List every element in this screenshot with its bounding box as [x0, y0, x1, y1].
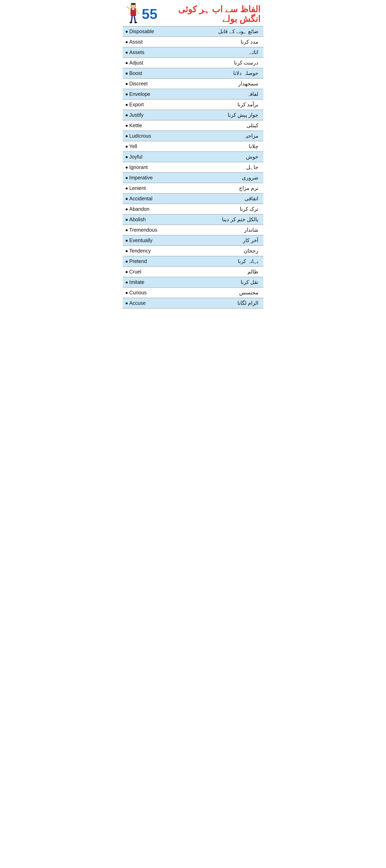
- english-word: Eventually: [123, 235, 184, 246]
- vocabulary-table: Disposableضائع ہونے کے قابلAssistمدد کرن…: [123, 26, 263, 308]
- english-word: Curious: [123, 287, 184, 298]
- table-row: Adjustدرست کرنا: [123, 58, 263, 68]
- bullet-icon: [126, 83, 128, 85]
- urdu-meaning: رجحان: [184, 246, 263, 256]
- urdu-meaning: جواز پیش کرنا: [184, 110, 263, 120]
- english-word: Kettle: [123, 120, 184, 131]
- english-word: Yell: [123, 141, 184, 152]
- english-word: Adjust: [123, 58, 184, 68]
- urdu-meaning: الزام لگانا: [184, 298, 263, 308]
- table-row: Cruelظالم: [123, 267, 263, 277]
- bullet-icon: [126, 135, 128, 137]
- table-row: Boostحوصلہ دلانا: [123, 68, 263, 79]
- table-row: Eventuallyآخر کار: [123, 235, 263, 246]
- svg-line-10: [134, 16, 135, 22]
- table-row: Yellچلانا: [123, 141, 263, 152]
- urdu-meaning: آخر کار: [184, 235, 263, 246]
- table-row: Justifyجواز پیش کرنا: [123, 110, 263, 120]
- english-word: Pretend: [123, 256, 184, 267]
- table-row: Accuseالزام لگانا: [123, 298, 263, 308]
- table-row: Exportبرآمد کرنا: [123, 99, 263, 110]
- english-word: Accuse: [123, 298, 184, 308]
- english-word: Lenient: [123, 183, 184, 193]
- bullet-icon: [126, 240, 128, 242]
- english-word: Discreet: [123, 79, 184, 89]
- table-row: Imitateنقل کرنا: [123, 277, 263, 287]
- character-icon: [126, 3, 141, 25]
- table-row: Joyfulخوش: [123, 152, 263, 162]
- bullet-icon: [126, 93, 128, 95]
- table-row: Pretendبہانہ کرنا: [123, 256, 263, 267]
- urdu-meaning: درست کرنا: [184, 58, 263, 68]
- english-word: Justify: [123, 110, 184, 120]
- urdu-meaning: ترک کرنا: [184, 204, 263, 214]
- urdu-meaning: سمجھدار: [184, 79, 263, 89]
- urdu-meaning: بالکل ختم کر دینا: [184, 214, 263, 225]
- header-title: الفاظ سے اب ہر کوئی انگش بولے: [158, 4, 260, 24]
- table-row: Ignorantجاہل: [123, 162, 263, 173]
- bullet-icon: [126, 146, 128, 148]
- urdu-meaning: ضائع ہونے کے قابل: [184, 26, 263, 37]
- table-row: Tremendousشاندار: [123, 225, 263, 235]
- svg-line-9: [131, 16, 132, 22]
- table-row: Accidentalاتفاقی: [123, 193, 263, 204]
- header-number: 55: [142, 7, 157, 21]
- bullet-icon: [126, 292, 128, 294]
- english-word: Disposable: [123, 26, 184, 37]
- bullet-icon: [126, 219, 128, 221]
- english-word: Imitate: [123, 277, 184, 287]
- urdu-meaning: لفافہ: [184, 89, 263, 99]
- urdu-meaning: نرم مزاج: [184, 183, 263, 193]
- bullet-icon: [126, 125, 128, 127]
- bullet-icon: [126, 156, 128, 158]
- urdu-meaning: ظالم: [184, 267, 263, 277]
- svg-point-12: [134, 22, 137, 23]
- bullet-icon: [126, 52, 128, 54]
- urdu-meaning: چلانا: [184, 141, 263, 152]
- svg-rect-4: [132, 8, 134, 10]
- bullet-icon: [126, 31, 128, 33]
- urdu-meaning: اتفاقی: [184, 193, 263, 204]
- english-word: Abolish: [123, 214, 184, 225]
- english-word: Envelope: [123, 89, 184, 99]
- bullet-icon: [126, 187, 128, 189]
- english-word: Imperative: [123, 173, 184, 183]
- urdu-meaning: مجتسس: [184, 287, 263, 298]
- table-row: Envelopeلفافہ: [123, 89, 263, 99]
- svg-point-8: [138, 12, 140, 14]
- bullet-icon: [126, 271, 128, 273]
- english-word: Assets: [123, 47, 184, 58]
- bullet-icon: [126, 302, 128, 304]
- svg-point-11: [129, 22, 132, 23]
- bullet-icon: [126, 208, 128, 210]
- urdu-meaning: اثاثے: [184, 47, 263, 58]
- urdu-meaning: کیتلی: [184, 120, 263, 131]
- english-word: Assist: [123, 37, 184, 47]
- bullet-icon: [126, 114, 128, 116]
- bullet-icon: [126, 250, 128, 252]
- table-row: Lenientنرم مزاج: [123, 183, 263, 193]
- english-word: Cruel: [123, 267, 184, 277]
- urdu-meaning: برآمد کرنا: [184, 99, 263, 110]
- bullet-icon: [126, 177, 128, 179]
- page-header: 55 الفاظ سے اب ہر کوئی انگش بولے: [123, 0, 263, 26]
- urdu-meaning: مزاحیہ: [184, 131, 263, 141]
- english-word: Abandon: [123, 204, 184, 214]
- english-word: Boost: [123, 68, 184, 79]
- table-row: Disposableضائع ہونے کے قابل: [123, 26, 263, 37]
- table-row: Discreetسمجھدار: [123, 79, 263, 89]
- urdu-meaning: نقل کرنا: [184, 277, 263, 287]
- urdu-meaning: شاندار: [184, 225, 263, 235]
- table-row: Tendencyرجحان: [123, 246, 263, 256]
- english-word: Tendency: [123, 246, 184, 256]
- english-word: Joyful: [123, 152, 184, 162]
- table-row: Assetsاثاثے: [123, 47, 263, 58]
- table-row: Abolishبالکل ختم کر دینا: [123, 214, 263, 225]
- table-row: Abandonترک کرنا: [123, 204, 263, 214]
- english-word: Export: [123, 99, 184, 110]
- urdu-meaning: حوصلہ دلانا: [184, 68, 263, 79]
- bullet-icon: [126, 281, 128, 283]
- bullet-icon: [126, 260, 128, 262]
- urdu-meaning: ضروری: [184, 173, 263, 183]
- svg-point-6: [126, 6, 128, 8]
